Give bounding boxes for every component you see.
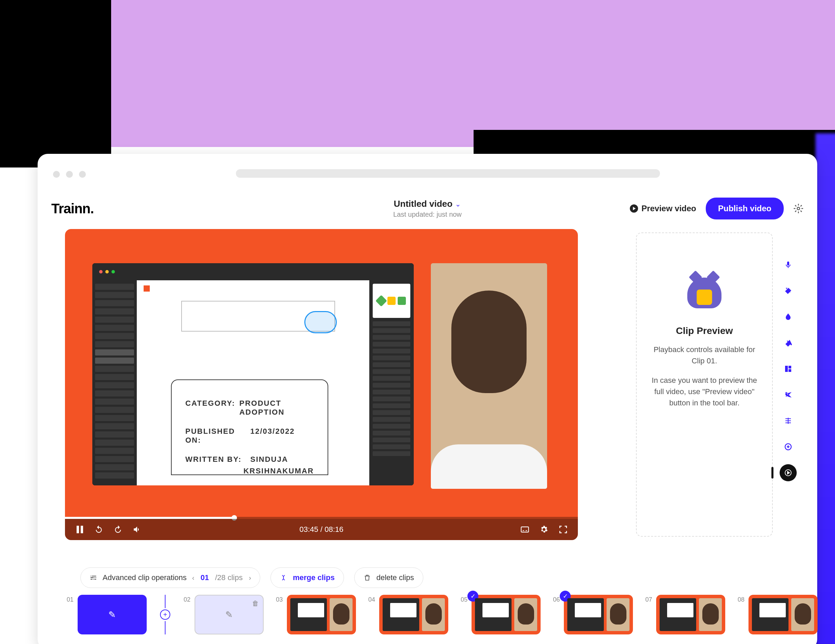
add-clip-button[interactable]: + [160,610,170,620]
time-display: 03:45 / 08:16 [299,525,343,534]
video-player: CATEGORY: PRODUCT ADOPTION PUBLISHED ON:… [65,229,578,540]
card-label [185,467,244,475]
clip-thumb[interactable] [656,595,725,634]
next-clip-button[interactable]: › [249,574,251,582]
total-clips: /28 clips [215,573,243,582]
player-content: CATEGORY: PRODUCT ADOPTION PUBLISHED ON:… [92,263,551,489]
delete-clips-button[interactable]: delete clips [354,568,423,588]
cut-tool[interactable] [780,386,797,403]
volume-button[interactable] [133,525,141,534]
card-label: CATEGORY: [185,399,239,417]
recording-left-panel [92,280,137,485]
clip-number: 05 [461,596,468,603]
dot-icon [112,270,115,273]
sliders-icon [89,574,97,581]
fill-tool[interactable] [780,334,797,351]
screen-recording: CATEGORY: PRODUCT ADOPTION PUBLISHED ON:… [92,263,414,485]
traffic-dot [79,171,86,178]
dot-icon [99,270,102,273]
merge-clips-button[interactable]: merge clips [270,568,344,588]
svg-rect-3 [788,366,791,368]
clip-thumb-active[interactable]: ✎ [78,595,147,634]
settings-button[interactable] [539,525,549,534]
plus-circle-icon [784,443,792,451]
pause-button[interactable] [75,525,84,534]
dot-icon [105,270,109,273]
background-black-left [0,0,111,167]
traffic-dot [66,171,73,178]
add-tool[interactable] [780,438,797,455]
background-blue-glow [816,133,835,644]
pencil-icon: ✎ [109,610,116,620]
scissors-icon [784,391,792,399]
clip-preview-panel: Clip Preview Playback controls available… [636,232,773,537]
clip-number: 01 [67,596,73,603]
forward-button[interactable] [114,525,122,534]
trash-icon[interactable]: 🗑 [252,600,259,607]
background-purple [111,0,835,147]
webcam-overlay [431,263,547,489]
advanced-ops-button[interactable]: Advanced clip operations ‹ 01 /28 clips … [80,568,260,588]
preview-video-button[interactable]: Preview video [630,204,696,213]
clip-thumb[interactable] [749,595,817,634]
layout-tool[interactable] [780,360,797,377]
header-actions: Preview video Publish video [630,198,804,219]
bucket-icon [784,339,792,347]
blur-icon [784,313,792,321]
voice-tool[interactable] [780,256,797,273]
clip-strip: 01 ✎ + 02 ✎ 🗑 03 04 05 ✓ 06 [67,595,817,634]
clip-number: 07 [645,596,652,603]
clip-number: 02 [184,596,190,603]
clip-thumb[interactable] [287,595,356,634]
chevron-down-icon: ⌄ [455,200,461,208]
clip-toolbar: Advanced clip operations ‹ 01 /28 clips … [80,568,423,588]
card-label: WRITTEN BY: [185,455,250,464]
svg-rect-2 [785,366,788,372]
fullscreen-button[interactable] [559,525,568,534]
recording-canvas: CATEGORY: PRODUCT ADOPTION PUBLISHED ON:… [137,280,369,485]
blur-tool[interactable] [780,308,797,325]
advanced-label: Advanced clip operations [102,573,187,582]
clip-number: 04 [368,596,375,603]
svg-rect-1 [521,527,529,532]
align-tool[interactable] [780,412,797,429]
canvas-selection [304,311,337,333]
clip-thumb[interactable]: ✓ [564,595,633,634]
magic-tool[interactable] [780,282,797,299]
clip-thumb[interactable]: ✓ [471,595,541,634]
last-updated: Last updated: just now [393,211,461,219]
card-value: PRODUCT ADOPTION [239,399,314,417]
clip-thumb[interactable] [379,595,448,634]
title-block: Untitled video ⌄ Last updated: just now [393,199,461,219]
align-icon [784,417,792,425]
side-toolbar [780,256,797,481]
recording-body: CATEGORY: PRODUCT ADOPTION PUBLISHED ON:… [92,280,414,485]
pencil-icon: ✎ [225,610,233,620]
play-tool[interactable] [780,464,797,481]
recording-titlebar [92,263,414,280]
title-row[interactable]: Untitled video ⌄ [393,199,461,209]
panel-text: In case you want to preview the full vid… [646,375,762,409]
publish-video-button[interactable]: Publish video [706,198,784,219]
clip-number: 03 [276,596,283,603]
card-value: SINDUJA [250,455,288,464]
panel-text: Playback controls available for Clip 01. [646,344,762,367]
logo: Trainn [51,201,94,216]
card-value: 12/03/2022 [250,427,295,445]
settings-button[interactable] [793,203,804,214]
captions-button[interactable] [520,525,529,534]
face-silhouette [452,290,526,393]
rewind-button[interactable] [94,525,103,534]
prev-clip-button[interactable]: ‹ [192,574,195,582]
layout-icon [784,365,792,373]
video-title: Untitled video [394,199,453,209]
cat-illustration [682,277,726,315]
svg-rect-4 [788,369,791,372]
clip-nav: ‹ 01 /28 clips › [192,573,251,582]
app-window: Trainn Untitled video ⌄ Last updated: ju… [37,154,817,644]
url-bar [236,169,660,178]
merge-label: merge clips [293,573,335,582]
play-circle-icon [784,469,792,477]
card-value: KRSIHNAKUMAR [244,467,314,475]
clip-thumb-empty[interactable]: ✎ 🗑 [195,595,264,634]
